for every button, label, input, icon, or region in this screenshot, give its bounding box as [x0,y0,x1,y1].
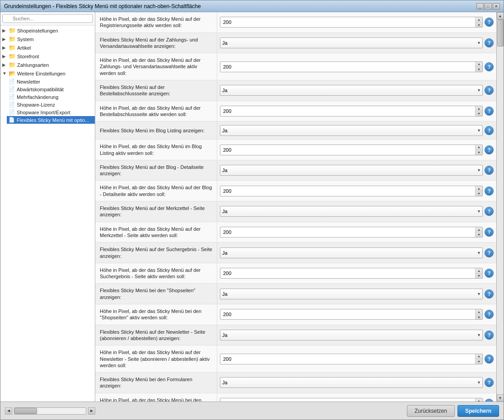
number-input-row19[interactable] [220,398,475,401]
spin-down-row17[interactable]: ▼ [476,359,482,364]
form-row-row15: Höhe in Pixel, ab der das Sticky Menü be… [95,304,496,325]
select-row10[interactable]: JaNein [220,206,483,217]
sidebar-item-zahlungsarten[interactable]: ▶ 📁 Zahlungsarten [0,61,95,69]
sidebar-item-sticky[interactable]: 📄 Flexibles Sticky Menü mit optio... [7,116,95,124]
help-button-row9[interactable]: ? [485,187,494,196]
content-area: Höhe in Pixel, ab der das Sticky Menü au… [95,12,504,401]
form-label-row15: Höhe in Pixel, ab der das Sticky Menü be… [95,304,217,325]
number-input-row11[interactable] [220,227,475,237]
minimize-button[interactable]: _ [476,3,484,9]
help-button-row5[interactable]: ? [485,107,494,116]
spin-down-row13[interactable]: ▼ [476,274,482,279]
spin-up-row9[interactable]: ▲ [476,186,482,191]
help-button-row4[interactable]: ? [485,86,494,95]
help-button-row1[interactable]: ? [485,18,494,27]
help-button-row11[interactable]: ? [485,228,494,237]
h-scroll-track[interactable] [14,407,86,415]
number-input-row9[interactable] [220,186,475,196]
number-input-row3[interactable] [220,62,475,72]
form-label-row3: Höhe in Pixel, ab der das Sticky Menü au… [95,53,217,80]
save-button[interactable]: Speichern [457,405,499,417]
help-button-row10[interactable]: ? [485,207,494,216]
form-row-row4: Flexibles Sticky Menü auf der Bestellabs… [95,80,496,101]
scroll-thumb[interactable] [497,19,504,47]
select-wrap-row16: JaNein▼ [220,330,483,341]
sidebar-item-import[interactable]: 📄 Shopware Import/Export [7,108,95,116]
sidebar-leaf-label: Shopware Import/Export [17,110,70,115]
sidebar-item-shopeinstellungen[interactable]: ▶ 📁 Shopeinstellungen [0,26,95,35]
help-button-row12[interactable]: ? [485,248,494,257]
number-input-wrap-row1: ▲▼ [220,17,483,28]
help-button-row8[interactable]: ? [485,166,494,175]
sidebar-item-mehrfach[interactable]: 📄 Mehrfachänderung [7,93,95,101]
sidebar-item-artikel[interactable]: ▶ 📁 Artikel [0,43,95,52]
help-button-row3[interactable]: ? [485,62,494,71]
reset-button[interactable]: Zurücksetzen [407,405,455,417]
number-input-wrap-row19: ▲▼ [220,398,483,401]
number-input-row17[interactable] [220,354,475,364]
spin-down-row5[interactable]: ▼ [476,111,482,116]
help-button-row18[interactable]: ? [485,378,494,387]
spin-up-row7[interactable]: ▲ [476,145,482,150]
close-button[interactable]: ✕ [493,3,500,9]
spin-down-row15[interactable]: ▼ [476,315,482,320]
scroll-track[interactable] [497,19,504,394]
horizontal-scrollbar: ◀ ▶ [5,407,95,415]
maximize-button[interactable]: □ [485,3,492,9]
help-button-row17[interactable]: ? [485,355,494,364]
sidebar-item-weitere[interactable]: ▼ 📂 Weitere Einstellungen [0,69,95,78]
number-input-row15[interactable] [220,309,475,319]
spin-up-row3[interactable]: ▲ [476,62,482,67]
help-button-row6[interactable]: ? [485,126,494,135]
spin-down-row3[interactable]: ▼ [476,67,482,72]
select-row18[interactable]: JaNein [220,377,483,388]
help-button-row13[interactable]: ? [485,269,494,278]
sidebar-item-label: Weitere Einstellungen [17,71,65,76]
sidebar-item-lizenz[interactable]: 📄 Shopware-Lizenz [7,101,95,108]
sidebar-item-abwaerts[interactable]: 📄 Abwärtskompatibilität [7,85,95,93]
scroll-down-button[interactable]: ▼ [497,394,504,401]
help-button-row15[interactable]: ? [485,310,494,319]
search-input[interactable] [2,14,93,23]
spin-down-row7[interactable]: ▼ [476,150,482,155]
h-scroll-thumb[interactable] [14,408,37,414]
spin-up-row15[interactable]: ▲ [476,309,482,315]
spin-up-row19[interactable]: ▲ [476,398,482,401]
sidebar-item-newsletter[interactable]: 📄 Newsletter [7,78,95,85]
spinners-row13: ▲▼ [475,268,482,278]
number-input-wrap-row5: ▲▼ [220,106,483,117]
spin-up-row13[interactable]: ▲ [476,268,482,274]
select-row6[interactable]: JaNein [220,125,483,136]
select-row16[interactable]: JaNein [220,330,483,341]
form-row-row18: Flexibles Sticky Menü bei den Formularen… [95,373,496,393]
form-control-row8: JaNein▼? [217,160,496,181]
select-row8[interactable]: JaNein [220,165,483,176]
spin-up-row11[interactable]: ▲ [476,227,482,233]
spin-up-row17[interactable]: ▲ [476,354,482,359]
help-button-row16[interactable]: ? [485,331,494,340]
help-button-row14[interactable]: ? [485,289,494,299]
scroll-right-button[interactable]: ▶ [88,407,95,415]
scroll-up-button[interactable]: ▲ [497,12,504,19]
scroll-left-button[interactable]: ◀ [5,407,12,415]
form-label-row2: Flexibles Sticky Menü auf der Zahlungs- … [95,33,217,53]
help-button-row7[interactable]: ? [485,145,494,154]
vertical-scrollbar[interactable]: ▲ ▼ [496,12,504,401]
spin-down-row9[interactable]: ▼ [476,191,482,196]
select-row14[interactable]: JaNein [220,289,483,299]
spin-down-row1[interactable]: ▼ [476,23,482,28]
spin-up-row5[interactable]: ▲ [476,106,482,112]
select-row2[interactable]: JaNein [220,37,483,48]
spin-up-row1[interactable]: ▲ [476,17,482,23]
sidebar-item-system[interactable]: ▶ 📁 System [0,35,95,43]
number-input-row1[interactable] [220,17,475,27]
spin-down-row11[interactable]: ▼ [476,232,482,237]
help-button-row2[interactable]: ? [485,38,494,47]
number-input-row7[interactable] [220,145,475,155]
select-row4[interactable]: JaNein [220,85,483,96]
number-input-row13[interactable] [220,268,475,278]
number-input-row5[interactable] [220,106,475,116]
weitere-children: 📄 Newsletter 📄 Abwärtskompatibilität 📄 M… [0,78,95,124]
sidebar-item-storefront[interactable]: ▶ 📁 Storefront [0,52,95,61]
select-row12[interactable]: JaNein [220,247,483,258]
